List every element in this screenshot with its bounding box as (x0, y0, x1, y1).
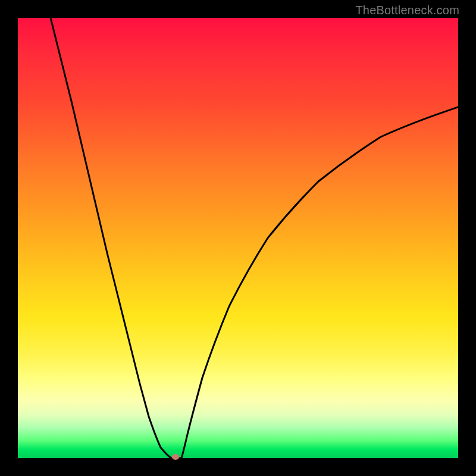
curve-path (51, 18, 458, 458)
plot-area (18, 18, 458, 458)
watermark-text: TheBottleneck.com (355, 4, 459, 17)
bottleneck-curve (18, 18, 458, 458)
min-marker (172, 454, 179, 460)
chart-frame: TheBottleneck.com (0, 0, 476, 476)
